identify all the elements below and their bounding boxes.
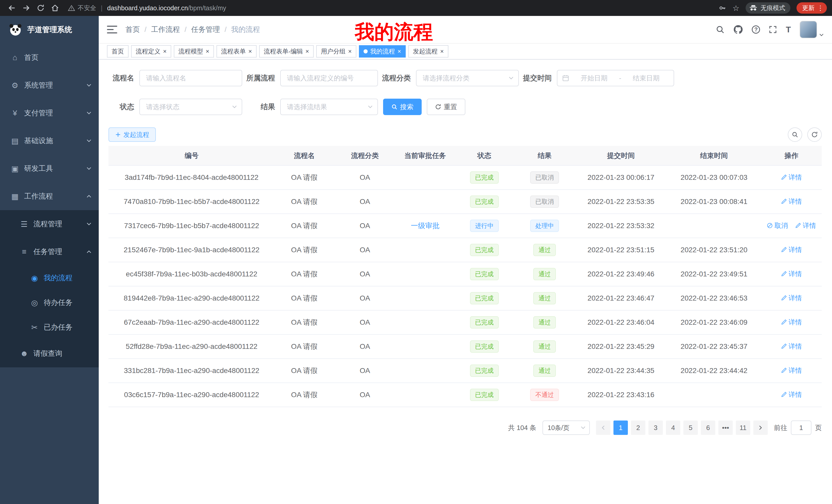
- sidebar-item-todo-tasks[interactable]: ◎ 待办任务: [0, 290, 99, 315]
- status-badge: 已完成: [470, 171, 499, 184]
- breadcrumb: 首页 / 工作流程 / 任务管理 / 我的流程: [126, 25, 260, 34]
- cancel-link[interactable]: 取消: [767, 221, 788, 230]
- filter-row-1: 流程名 所属流程 流程分类 请选择流程分类: [108, 70, 822, 86]
- submit-time-range-picker[interactable]: 开始日期 - 结束日期: [557, 70, 674, 86]
- detail-link[interactable]: 详情: [781, 270, 802, 278]
- sidebar-item-task-management[interactable]: ≡ 任务管理: [0, 238, 99, 265]
- main-area: 首页 / 工作流程 / 任务管理 / 我的流程 我的流程 ? T: [99, 16, 832, 504]
- process-definition-input[interactable]: [280, 70, 378, 86]
- hamburger-icon[interactable]: [107, 25, 117, 34]
- detail-link[interactable]: 详情: [781, 197, 802, 206]
- close-icon[interactable]: ×: [440, 48, 444, 54]
- back-icon[interactable]: [5, 2, 19, 14]
- page-button[interactable]: 1: [614, 421, 628, 435]
- current-task-link[interactable]: 一级审批: [411, 222, 440, 230]
- tab-my-processes[interactable]: 我的流程×: [359, 45, 406, 58]
- reset-button[interactable]: 重置: [427, 99, 465, 115]
- breadcrumb-home[interactable]: 首页: [126, 25, 140, 34]
- sidebar-item-home[interactable]: ⌂ 首页: [0, 44, 99, 72]
- breadcrumb-task-management[interactable]: 任务管理: [191, 25, 220, 34]
- detail-link[interactable]: 详情: [781, 245, 802, 254]
- date-end-placeholder[interactable]: 结束日期: [623, 74, 669, 83]
- sidebar-item-my-processes[interactable]: ◉ 我的流程: [0, 265, 99, 290]
- fullscreen-icon[interactable]: [769, 25, 777, 34]
- next-page-icon[interactable]: [753, 421, 768, 435]
- detail-link[interactable]: 详情: [781, 173, 802, 182]
- address-bar[interactable]: dashboard.yudao.iocoder.cn/bpm/task/my: [107, 4, 226, 12]
- sidebar-item-devtools[interactable]: ▣ 研发工具: [0, 155, 99, 183]
- sidebar-item-leave-query[interactable]: ☻ 请假查询: [0, 340, 99, 367]
- detail-link[interactable]: 详情: [781, 342, 802, 351]
- forward-icon[interactable]: [20, 2, 33, 14]
- active-dot: [364, 49, 368, 53]
- page-button[interactable]: 3: [648, 421, 663, 435]
- close-icon[interactable]: ×: [163, 48, 166, 54]
- page-size-select[interactable]: 10条/页: [543, 421, 590, 435]
- table-row: 7470a810-7b9b-11ec-b5b7-acde48001122 OA …: [108, 190, 822, 214]
- goto-page-input[interactable]: [791, 421, 811, 435]
- incognito-badge[interactable]: 无痕模式: [746, 2, 790, 13]
- tab-start-process[interactable]: 发起流程×: [408, 45, 448, 58]
- page-button[interactable]: 11: [736, 421, 750, 435]
- font-size-icon[interactable]: T: [786, 25, 791, 34]
- goto-label: 前往: [774, 423, 787, 432]
- page-button[interactable]: 2: [631, 421, 645, 435]
- tab-process-model[interactable]: 流程模型×: [174, 45, 214, 58]
- update-button[interactable]: 更新 ⋮: [797, 2, 827, 13]
- calendar-icon: [562, 75, 569, 82]
- search-button[interactable]: 搜索: [383, 99, 422, 115]
- sidebar-item-system[interactable]: ⚙ 系统管理: [0, 72, 99, 99]
- avatar[interactable]: [800, 21, 817, 38]
- tab-home[interactable]: 首页: [107, 45, 129, 58]
- tab-process-definition[interactable]: 流程定义×: [131, 45, 171, 58]
- date-start-placeholder[interactable]: 开始日期: [571, 74, 617, 83]
- sidebar-item-payment[interactable]: ¥ 支付管理: [0, 99, 99, 127]
- sidebar-item-infrastructure[interactable]: ▤ 基础设施: [0, 127, 99, 155]
- status-badge: 进行中: [470, 220, 499, 232]
- github-icon[interactable]: [733, 25, 743, 34]
- status-select[interactable]: 请选择状态: [139, 99, 242, 115]
- close-icon[interactable]: ×: [397, 48, 401, 54]
- page-button[interactable]: 6: [701, 421, 715, 435]
- close-icon[interactable]: ×: [249, 48, 252, 54]
- close-icon[interactable]: ×: [348, 48, 352, 54]
- result-select[interactable]: 请选择流结果: [280, 99, 378, 115]
- refresh-table-icon[interactable]: [807, 128, 822, 142]
- reload-icon[interactable]: [34, 2, 47, 14]
- browser-menu-icon[interactable]: ⋮: [817, 4, 824, 12]
- app-logo[interactable]: 芋道管理系统: [0, 16, 99, 44]
- more-pages-icon[interactable]: •••: [718, 421, 733, 435]
- security-indicator[interactable]: 不安全: [68, 4, 96, 12]
- url-path: /bpm/task/my: [188, 4, 226, 11]
- url-separator: |: [101, 4, 103, 12]
- detail-link[interactable]: 详情: [781, 293, 802, 303]
- close-icon[interactable]: ×: [306, 48, 309, 54]
- detail-link[interactable]: 详情: [781, 366, 802, 375]
- process-name-input[interactable]: [139, 70, 242, 86]
- help-icon[interactable]: ?: [752, 25, 760, 34]
- page-button[interactable]: 4: [666, 421, 680, 435]
- key-icon[interactable]: [719, 4, 726, 12]
- gear-icon: ⚙: [10, 81, 20, 90]
- tab-user-group[interactable]: 用户分组×: [316, 45, 356, 58]
- home-icon[interactable]: [48, 2, 62, 14]
- detail-link[interactable]: 详情: [781, 390, 802, 399]
- tab-process-form[interactable]: 流程表单×: [216, 45, 257, 58]
- sidebar-item-done-tasks[interactable]: ✂ 已办任务: [0, 315, 99, 340]
- user-menu[interactable]: [800, 21, 824, 38]
- detail-link[interactable]: 详情: [781, 318, 802, 327]
- detail-link[interactable]: 详情: [795, 221, 816, 230]
- close-icon[interactable]: ×: [206, 48, 209, 54]
- sidebar-item-workflow[interactable]: ▦ 工作流程: [0, 183, 99, 210]
- breadcrumb-workflow[interactable]: 工作流程: [151, 25, 180, 34]
- bookmark-star-icon[interactable]: ☆: [732, 4, 739, 12]
- tab-process-form-edit[interactable]: 流程表单-编辑×: [259, 45, 314, 58]
- sidebar-item-process-management[interactable]: ☰ 流程管理: [0, 210, 99, 238]
- prev-page-icon[interactable]: [596, 421, 610, 435]
- page-button[interactable]: 5: [683, 421, 698, 435]
- table-row: ec45f38f-7b9a-11ec-b03b-acde48001122 OA …: [108, 262, 822, 286]
- start-process-button[interactable]: 发起流程: [108, 128, 156, 142]
- process-category-select[interactable]: 请选择流程分类: [416, 70, 519, 86]
- toggle-search-icon[interactable]: [788, 128, 802, 142]
- search-icon[interactable]: [716, 25, 725, 34]
